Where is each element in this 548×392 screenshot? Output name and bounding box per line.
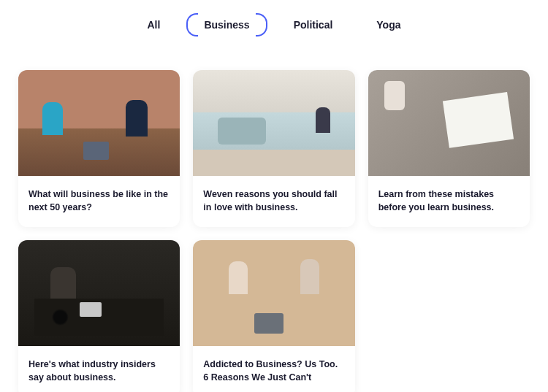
tab-all[interactable]: All xyxy=(135,15,172,35)
tab-political[interactable]: Political xyxy=(282,15,345,35)
article-card[interactable]: Here's what industry insiders say about … xyxy=(18,240,180,392)
card-image xyxy=(18,240,180,346)
card-image xyxy=(193,70,354,176)
article-card[interactable]: Learn from these mistakes before you lea… xyxy=(368,70,530,227)
article-card[interactable]: What will business be like in the next 5… xyxy=(18,70,180,227)
card-image xyxy=(193,240,354,346)
card-image xyxy=(368,70,530,176)
category-tabs: All Business Political Yoga xyxy=(18,7,530,48)
card-body: Here's what industry insiders say about … xyxy=(18,346,180,392)
tab-business[interactable]: Business xyxy=(192,15,261,35)
card-body: What will business be like in the next 5… xyxy=(18,176,180,227)
card-title: Here's what industry insiders say about … xyxy=(28,358,170,384)
card-body: Addicted to Business? Us Too. 6 Reasons … xyxy=(193,346,354,392)
article-card[interactable]: Addicted to Business? Us Too. 6 Reasons … xyxy=(193,240,354,392)
card-body: Learn from these mistakes before you lea… xyxy=(368,176,530,227)
tab-yoga[interactable]: Yoga xyxy=(365,15,412,35)
card-title: What will business be like in the next 5… xyxy=(28,188,170,214)
card-body: Weven reasons you should fall in love wi… xyxy=(193,176,354,227)
card-grid: What will business be like in the next 5… xyxy=(18,70,530,392)
card-title: Weven reasons you should fall in love wi… xyxy=(203,188,344,214)
card-title: Learn from these mistakes before you lea… xyxy=(378,188,520,214)
article-card[interactable]: Weven reasons you should fall in love wi… xyxy=(193,70,354,227)
card-title: Addicted to Business? Us Too. 6 Reasons … xyxy=(203,358,344,384)
card-image xyxy=(18,70,180,176)
